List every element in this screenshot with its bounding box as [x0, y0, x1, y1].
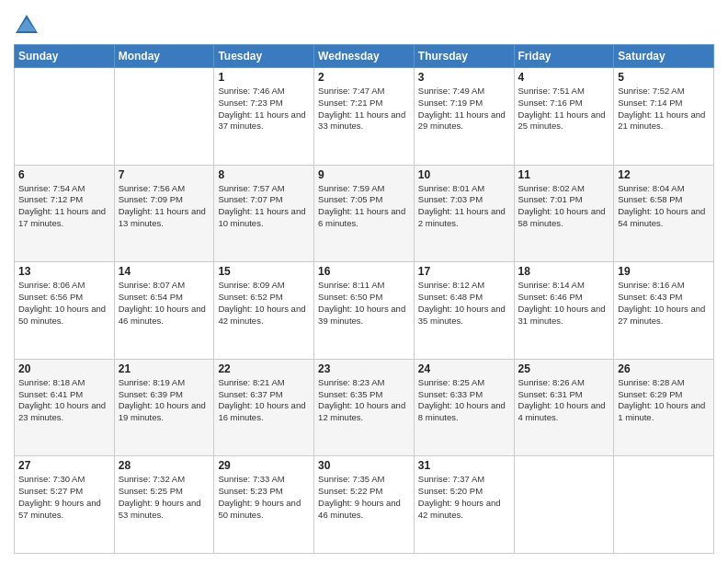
page: SundayMondayTuesdayWednesdayThursdayFrid… — [0, 0, 728, 563]
day-number: 18 — [518, 265, 610, 278]
calendar-week-1: 6Sunrise: 7:54 AM Sunset: 7:12 PM Daylig… — [15, 165, 714, 262]
calendar-cell: 11Sunrise: 8:02 AM Sunset: 7:01 PM Dayli… — [514, 165, 614, 262]
calendar-cell: 2Sunrise: 7:47 AM Sunset: 7:21 PM Daylig… — [314, 68, 415, 166]
day-number: 30 — [318, 459, 410, 472]
day-detail: Sunrise: 7:59 AM Sunset: 7:05 PM Dayligh… — [318, 183, 410, 230]
day-detail: Sunrise: 8:23 AM Sunset: 6:35 PM Dayligh… — [318, 377, 410, 424]
day-detail: Sunrise: 7:30 AM Sunset: 5:27 PM Dayligh… — [18, 474, 110, 521]
calendar-cell: 6Sunrise: 7:54 AM Sunset: 7:12 PM Daylig… — [15, 165, 115, 262]
calendar-cell — [514, 456, 614, 554]
day-number: 19 — [618, 265, 710, 278]
day-detail: Sunrise: 7:32 AM Sunset: 5:25 PM Dayligh… — [119, 474, 210, 521]
logo — [14, 13, 43, 39]
calendar-cell: 12Sunrise: 8:04 AM Sunset: 6:58 PM Dayli… — [614, 165, 714, 262]
calendar-cell: 30Sunrise: 7:35 AM Sunset: 5:22 PM Dayli… — [314, 456, 415, 554]
calendar-cell: 22Sunrise: 8:21 AM Sunset: 6:37 PM Dayli… — [214, 359, 314, 456]
day-number: 20 — [18, 362, 110, 375]
day-number: 16 — [318, 265, 410, 278]
day-number: 2 — [318, 71, 410, 84]
day-number: 31 — [418, 459, 510, 472]
day-number: 8 — [218, 168, 310, 181]
day-detail: Sunrise: 8:14 AM Sunset: 6:46 PM Dayligh… — [518, 280, 610, 327]
day-number: 21 — [119, 362, 210, 375]
day-detail: Sunrise: 8:18 AM Sunset: 6:41 PM Dayligh… — [18, 377, 110, 424]
day-number: 26 — [618, 362, 710, 375]
calendar-cell: 7Sunrise: 7:56 AM Sunset: 7:09 PM Daylig… — [114, 165, 214, 262]
calendar-cell: 16Sunrise: 8:11 AM Sunset: 6:50 PM Dayli… — [314, 262, 415, 360]
day-number: 22 — [218, 362, 310, 375]
day-detail: Sunrise: 7:46 AM Sunset: 7:23 PM Dayligh… — [218, 86, 310, 132]
day-detail: Sunrise: 7:51 AM Sunset: 7:16 PM Dayligh… — [518, 86, 610, 132]
day-number: 7 — [119, 168, 210, 181]
day-number: 1 — [218, 71, 310, 84]
calendar-cell — [15, 68, 115, 166]
day-detail: Sunrise: 7:47 AM Sunset: 7:21 PM Dayligh… — [318, 86, 410, 132]
weekday-header-tuesday: Tuesday — [214, 45, 314, 68]
calendar-cell: 24Sunrise: 8:25 AM Sunset: 6:33 PM Dayli… — [414, 359, 514, 456]
weekday-header-saturday: Saturday — [614, 45, 714, 68]
day-number: 28 — [119, 459, 210, 472]
day-number: 24 — [418, 362, 510, 375]
calendar-week-3: 20Sunrise: 8:18 AM Sunset: 6:41 PM Dayli… — [15, 359, 714, 456]
calendar-cell: 21Sunrise: 8:19 AM Sunset: 6:39 PM Dayli… — [114, 359, 214, 456]
day-detail: Sunrise: 7:56 AM Sunset: 7:09 PM Dayligh… — [119, 183, 210, 230]
day-detail: Sunrise: 8:09 AM Sunset: 6:52 PM Dayligh… — [218, 280, 310, 327]
calendar-cell: 19Sunrise: 8:16 AM Sunset: 6:43 PM Dayli… — [614, 262, 714, 360]
calendar-body: 1Sunrise: 7:46 AM Sunset: 7:23 PM Daylig… — [15, 68, 714, 554]
day-number: 17 — [418, 265, 510, 278]
calendar-cell: 31Sunrise: 7:37 AM Sunset: 5:20 PM Dayli… — [414, 456, 514, 554]
calendar-week-0: 1Sunrise: 7:46 AM Sunset: 7:23 PM Daylig… — [15, 68, 714, 166]
day-detail: Sunrise: 8:28 AM Sunset: 6:29 PM Dayligh… — [618, 377, 710, 424]
day-detail: Sunrise: 7:37 AM Sunset: 5:20 PM Dayligh… — [418, 474, 510, 521]
weekday-header-friday: Friday — [514, 45, 614, 68]
calendar-cell: 13Sunrise: 8:06 AM Sunset: 6:56 PM Dayli… — [15, 262, 115, 360]
day-number: 9 — [318, 168, 410, 181]
day-number: 23 — [318, 362, 410, 375]
calendar-cell: 5Sunrise: 7:52 AM Sunset: 7:14 PM Daylig… — [614, 68, 714, 166]
calendar-cell: 18Sunrise: 8:14 AM Sunset: 6:46 PM Dayli… — [514, 262, 614, 360]
day-number: 25 — [518, 362, 610, 375]
calendar-cell: 27Sunrise: 7:30 AM Sunset: 5:27 PM Dayli… — [15, 456, 115, 554]
header-row: SundayMondayTuesdayWednesdayThursdayFrid… — [15, 45, 714, 68]
logo-icon — [14, 13, 40, 39]
day-detail: Sunrise: 8:21 AM Sunset: 6:37 PM Dayligh… — [218, 377, 310, 424]
calendar-cell: 25Sunrise: 8:26 AM Sunset: 6:31 PM Dayli… — [514, 359, 614, 456]
day-detail: Sunrise: 8:12 AM Sunset: 6:48 PM Dayligh… — [418, 280, 510, 327]
day-detail: Sunrise: 7:49 AM Sunset: 7:19 PM Dayligh… — [418, 86, 510, 132]
day-number: 3 — [418, 71, 510, 84]
day-detail: Sunrise: 7:54 AM Sunset: 7:12 PM Dayligh… — [18, 183, 110, 230]
calendar-cell: 28Sunrise: 7:32 AM Sunset: 5:25 PM Dayli… — [114, 456, 214, 554]
calendar-cell: 8Sunrise: 7:57 AM Sunset: 7:07 PM Daylig… — [214, 165, 314, 262]
calendar-cell — [614, 456, 714, 554]
calendar-table: SundayMondayTuesdayWednesdayThursdayFrid… — [14, 44, 714, 554]
day-number: 4 — [518, 71, 610, 84]
calendar-cell: 20Sunrise: 8:18 AM Sunset: 6:41 PM Dayli… — [15, 359, 115, 456]
day-number: 15 — [218, 265, 310, 278]
day-number: 10 — [418, 168, 510, 181]
day-number: 29 — [218, 459, 310, 472]
day-number: 11 — [518, 168, 610, 181]
day-detail: Sunrise: 8:04 AM Sunset: 6:58 PM Dayligh… — [618, 183, 710, 230]
day-detail: Sunrise: 8:06 AM Sunset: 6:56 PM Dayligh… — [18, 280, 110, 327]
day-number: 5 — [618, 71, 710, 84]
day-number: 6 — [18, 168, 110, 181]
day-detail: Sunrise: 8:07 AM Sunset: 6:54 PM Dayligh… — [119, 280, 210, 327]
day-detail: Sunrise: 7:33 AM Sunset: 5:23 PM Dayligh… — [218, 474, 310, 521]
day-detail: Sunrise: 7:52 AM Sunset: 7:14 PM Dayligh… — [618, 86, 710, 132]
calendar-cell: 23Sunrise: 8:23 AM Sunset: 6:35 PM Dayli… — [314, 359, 415, 456]
weekday-header-wednesday: Wednesday — [314, 45, 415, 68]
day-detail: Sunrise: 7:35 AM Sunset: 5:22 PM Dayligh… — [318, 474, 410, 521]
calendar-cell: 1Sunrise: 7:46 AM Sunset: 7:23 PM Daylig… — [214, 68, 314, 166]
day-detail: Sunrise: 8:19 AM Sunset: 6:39 PM Dayligh… — [119, 377, 210, 424]
calendar-cell — [114, 68, 214, 166]
calendar-cell: 4Sunrise: 7:51 AM Sunset: 7:16 PM Daylig… — [514, 68, 614, 166]
weekday-header-monday: Monday — [114, 45, 214, 68]
calendar-header: SundayMondayTuesdayWednesdayThursdayFrid… — [15, 45, 714, 68]
weekday-header-thursday: Thursday — [414, 45, 514, 68]
weekday-header-sunday: Sunday — [15, 45, 115, 68]
day-number: 12 — [618, 168, 710, 181]
calendar-cell: 17Sunrise: 8:12 AM Sunset: 6:48 PM Dayli… — [414, 262, 514, 360]
calendar-cell: 15Sunrise: 8:09 AM Sunset: 6:52 PM Dayli… — [214, 262, 314, 360]
day-detail: Sunrise: 8:16 AM Sunset: 6:43 PM Dayligh… — [618, 280, 710, 327]
calendar-cell: 9Sunrise: 7:59 AM Sunset: 7:05 PM Daylig… — [314, 165, 415, 262]
